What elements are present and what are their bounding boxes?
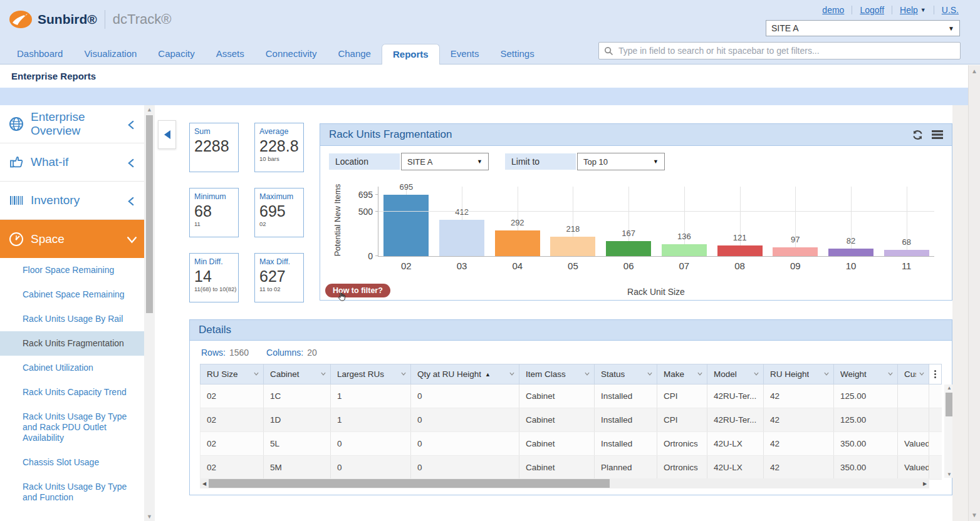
bar-value-label: 68	[902, 237, 910, 247]
sidebar-item-rack-units-usage-by-rail[interactable]: Rack Units Usage By Rail	[0, 307, 144, 331]
chevron-down-icon[interactable]	[581, 369, 590, 379]
tab-assets[interactable]: Assets	[206, 44, 255, 64]
refresh-icon[interactable]	[912, 129, 924, 141]
table-row[interactable]: 025M00CabinetPlannedOrtronics42U-LX42350…	[200, 456, 942, 480]
bar-05[interactable]	[550, 237, 595, 256]
cell-qty-at-ru-height: 0	[411, 408, 519, 431]
scroll-right-icon[interactable]: ▶	[921, 478, 929, 488]
column-header-custom[interactable]: Custom	[898, 364, 929, 384]
chevron-down-icon[interactable]	[694, 369, 703, 379]
table-hscroll-thumb[interactable]	[209, 479, 610, 488]
link-help[interactable]: Help	[900, 5, 918, 15]
sidebar-item-what-if[interactable]: What-if	[0, 143, 144, 182]
chevron-down-icon[interactable]	[821, 369, 830, 379]
scroll-down-icon[interactable]: ▼	[144, 513, 155, 520]
chevron-down-icon[interactable]	[916, 369, 925, 379]
chevron-down-icon[interactable]	[506, 369, 515, 379]
chart-panel-header: Rack Units Fragmentation	[320, 124, 952, 146]
y-tick-mark	[375, 255, 378, 256]
column-header-item-class[interactable]: Item Class	[519, 364, 595, 384]
link-demo[interactable]: demo	[822, 5, 844, 15]
column-header-status[interactable]: Status	[595, 364, 657, 384]
column-header-weight[interactable]: Weight	[834, 364, 898, 384]
column-header-qty-at-ru-height[interactable]: Qty at RU Height▲	[411, 364, 519, 384]
link-logoff[interactable]: Logoff	[860, 5, 884, 15]
sidebar-item-inventory[interactable]: Inventory	[0, 182, 144, 220]
bar-08[interactable]	[717, 245, 763, 256]
sidebar-item-floor-space-remaining[interactable]: Floor Space Remaining	[0, 258, 144, 282]
location-select[interactable]: SITE A ▼	[401, 153, 489, 170]
cell-status: Planned	[595, 456, 657, 479]
chart-x-axis-label: Rack Unit Size	[378, 287, 934, 297]
sidebar-item-rack-units-usage-by-type-and-function[interactable]: Rack Units Usage By Type and Function	[0, 475, 144, 510]
table-row[interactable]: 021D10CabinetInstalledCPI42RU-Ter...4212…	[200, 408, 942, 432]
bar-02[interactable]	[383, 195, 429, 256]
sidebar-item-rack-units-fragmentation[interactable]: Rack Units Fragmentation	[0, 331, 144, 356]
chevron-down-icon[interactable]	[644, 369, 653, 379]
chevron-down-icon[interactable]	[885, 369, 894, 379]
tab-capacity[interactable]: Capacity	[147, 44, 205, 64]
sidebar-item-enterprise-overview[interactable]: Enterprise Overview	[0, 105, 144, 143]
sidebar-item-rack-units-usage-by-type-and-rack-pdu-outlet-availability[interactable]: Rack Units Usage By Type and Rack PDU Ou…	[0, 405, 144, 450]
tab-settings[interactable]: Settings	[490, 44, 545, 64]
cell-ru-size: 02	[200, 432, 264, 455]
how-to-filter-button[interactable]: How to filter?	[325, 284, 390, 297]
bar-09[interactable]	[773, 247, 818, 256]
sidebar-item-chassis-slot-usage[interactable]: Chassis Slot Usage	[0, 450, 144, 475]
tab-reports[interactable]: Reports	[382, 44, 440, 64]
tab-change[interactable]: Change	[327, 44, 382, 64]
sidebar-item-rack-units-capacity-trend[interactable]: Rack Units Capacity Trend	[0, 380, 144, 405]
tab-connectivity[interactable]: Connectivity	[255, 44, 328, 64]
sunbird-logo-icon	[9, 10, 33, 29]
chart-filters: Location SITE A ▼ Limit to Top 10 ▼	[329, 153, 665, 170]
chevron-down-icon[interactable]	[398, 369, 407, 379]
tab-dashboard[interactable]: Dashboard	[6, 44, 73, 64]
link-u-s[interactable]: U.S.	[942, 5, 959, 15]
bar-10[interactable]	[828, 249, 873, 256]
bar-06[interactable]	[606, 241, 651, 256]
column-menu-button[interactable]	[929, 364, 942, 384]
bar-11[interactable]	[884, 250, 929, 256]
table-row[interactable]: 021C10CabinetInstalledCPI42RU-Ter...4212…	[200, 384, 942, 408]
table-horizontal-scrollbar[interactable]: ◀ ▶	[200, 478, 929, 488]
search-input[interactable]	[618, 46, 955, 56]
reports-sidebar: Enterprise OverviewWhat-ifInventorySpace…	[0, 105, 144, 521]
column-header-ru-height[interactable]: RU Height	[764, 364, 834, 384]
global-search[interactable]	[598, 42, 961, 59]
cell-weight: 350.00	[834, 432, 898, 455]
column-header-make[interactable]: Make	[657, 364, 707, 384]
scroll-up-icon[interactable]: ▲	[144, 106, 155, 113]
column-header-ru-size[interactable]: RU Size	[200, 364, 264, 384]
sidebar-item-cabinet-space-remaining[interactable]: Cabinet Space Remaining	[0, 282, 144, 307]
cell-item-class: Cabinet	[519, 384, 595, 408]
column-header-largest-rus[interactable]: Largest RUs	[331, 364, 411, 384]
column-header-model[interactable]: Model	[707, 364, 764, 384]
chevron-down-icon[interactable]	[251, 369, 259, 379]
limit-select[interactable]: Top 10 ▼	[577, 153, 665, 170]
sidebar-scrollbar[interactable]: ▲ ▼	[144, 105, 155, 521]
scroll-up-icon[interactable]: ▲	[969, 68, 980, 75]
table-header-row: RU SizeCabinetLargest RUsQty at RU Heigh…	[200, 364, 942, 384]
page-scrollbar[interactable]: ▲ ▼	[968, 65, 980, 521]
sidebar-scroll-thumb[interactable]	[146, 115, 153, 313]
app-header: Sunbird® dcTrack® demoLogoffHelp▼U.S. SI…	[0, 0, 980, 64]
bar-04[interactable]	[495, 230, 540, 256]
cell-largest-rus: 1	[331, 408, 411, 431]
scroll-down-icon[interactable]: ▼	[969, 512, 980, 518]
scroll-left-icon[interactable]: ◀	[201, 478, 208, 488]
sidebar-item-space[interactable]: Space	[0, 220, 144, 258]
sidebar-collapse-button[interactable]	[158, 120, 176, 149]
bar-03[interactable]	[439, 220, 484, 256]
chevron-down-icon[interactable]	[751, 369, 759, 379]
menu-icon[interactable]	[932, 130, 943, 140]
sidebar-item-cabinet-utilization[interactable]: Cabinet Utilization	[0, 356, 144, 380]
column-header-cabinet[interactable]: Cabinet	[264, 364, 331, 384]
site-selector[interactable]: SITE A ▼	[766, 20, 960, 36]
tab-visualization[interactable]: Visualization	[73, 44, 147, 64]
sidebar-sublist-space: Floor Space RemainingCabinet Space Remai…	[0, 258, 144, 510]
chevron-down-icon[interactable]	[318, 369, 326, 379]
stat-card-maximum: Maximum69502	[254, 188, 304, 237]
bar-07[interactable]	[662, 244, 707, 256]
tab-events[interactable]: Events	[440, 44, 490, 64]
table-row[interactable]: 025L00CabinetInstalledOrtronics42U-LX423…	[200, 432, 942, 456]
